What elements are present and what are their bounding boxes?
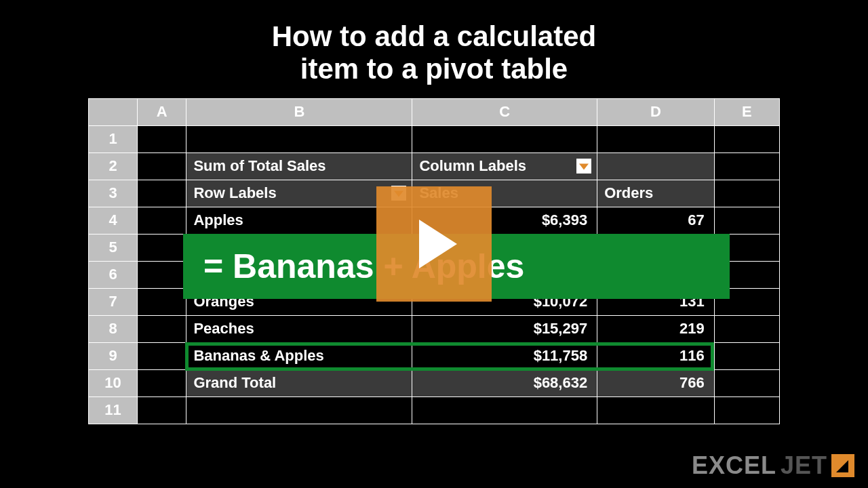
column-labels-text: Column Labels xyxy=(419,157,526,175)
cell-a1[interactable] xyxy=(138,125,186,152)
peaches-sales[interactable]: $15,297 xyxy=(412,315,597,342)
cell-a3[interactable] xyxy=(138,180,186,207)
row-header-7[interactable]: 7 xyxy=(89,288,138,315)
cell-e11[interactable] xyxy=(714,396,779,424)
grand-total-label[interactable]: Grand Total xyxy=(186,369,412,396)
apples-orders[interactable]: 67 xyxy=(597,207,715,234)
cell-c1[interactable] xyxy=(412,125,597,152)
cell-e10[interactable] xyxy=(714,369,779,396)
row-header-1[interactable]: 1 xyxy=(89,125,138,152)
col-header-e[interactable]: E xyxy=(714,98,779,125)
cell-e1[interactable] xyxy=(714,125,779,152)
grand-total-sales[interactable]: $68,632 xyxy=(412,369,597,396)
column-labels-dropdown-icon[interactable] xyxy=(576,159,591,174)
cell-b1[interactable] xyxy=(186,125,412,152)
page-title: How to add a calculated item to a pivot … xyxy=(0,0,868,98)
row-header-4[interactable]: 4 xyxy=(89,207,138,234)
cell-a8[interactable] xyxy=(138,315,186,342)
title-line-2: item to a pivot table xyxy=(300,53,568,85)
cell-a4[interactable] xyxy=(138,207,186,234)
col-header-d[interactable]: D xyxy=(597,98,715,125)
cell-e9[interactable] xyxy=(714,342,779,369)
column-labels-cell[interactable]: Column Labels xyxy=(412,152,597,180)
cell-a7[interactable] xyxy=(138,288,186,315)
cell-d1[interactable] xyxy=(597,125,715,152)
logo-text-jet: JET xyxy=(781,451,827,480)
cell-e8[interactable] xyxy=(714,315,779,342)
cell-b11[interactable] xyxy=(186,396,412,424)
peaches-orders[interactable]: 219 xyxy=(597,315,715,342)
cell-a9[interactable] xyxy=(138,342,186,369)
item-bananas-apples[interactable]: Bananas & Apples xyxy=(186,342,412,369)
logo-text-excel: EXCEL xyxy=(692,451,776,480)
row-header-11[interactable]: 11 xyxy=(89,396,138,424)
play-button[interactable] xyxy=(376,186,492,302)
orders-col-header[interactable]: Orders xyxy=(597,180,715,207)
bananas-apples-orders[interactable]: 116 xyxy=(597,342,715,369)
cell-a5[interactable] xyxy=(138,234,186,261)
cell-e2[interactable] xyxy=(714,152,779,180)
cell-a11[interactable] xyxy=(138,396,186,424)
col-header-c[interactable]: C xyxy=(412,98,597,125)
row-header-10[interactable]: 10 xyxy=(89,369,138,396)
row-header-2[interactable]: 2 xyxy=(89,152,138,180)
select-all-corner[interactable] xyxy=(89,98,138,125)
exceljet-logo: EXCELJET xyxy=(692,451,854,480)
cell-e4[interactable] xyxy=(714,207,779,234)
bananas-apples-sales[interactable]: $11,758 xyxy=(412,342,597,369)
cell-a10[interactable] xyxy=(138,369,186,396)
cell-a2[interactable] xyxy=(138,152,186,180)
cell-c11[interactable] xyxy=(412,396,597,424)
row-labels-text: Row Labels xyxy=(193,184,276,202)
col-header-b[interactable]: B xyxy=(186,98,412,125)
cell-a6[interactable] xyxy=(138,261,186,288)
logo-arrow-icon xyxy=(831,454,854,477)
sum-of-sales-label[interactable]: Sum of Total Sales xyxy=(186,152,412,180)
cell-e3[interactable] xyxy=(714,180,779,207)
title-line-1: How to add a calculated xyxy=(272,20,596,52)
row-header-9[interactable]: 9 xyxy=(89,342,138,369)
row-header-8[interactable]: 8 xyxy=(89,315,138,342)
cell-d2[interactable] xyxy=(597,152,715,180)
row-header-5[interactable]: 5 xyxy=(89,234,138,261)
row-header-3[interactable]: 3 xyxy=(89,180,138,207)
item-peaches[interactable]: Peaches xyxy=(186,315,412,342)
grand-total-orders[interactable]: 766 xyxy=(597,369,715,396)
col-header-a[interactable]: A xyxy=(138,98,186,125)
row-header-6[interactable]: 6 xyxy=(89,261,138,288)
cell-d11[interactable] xyxy=(597,396,715,424)
